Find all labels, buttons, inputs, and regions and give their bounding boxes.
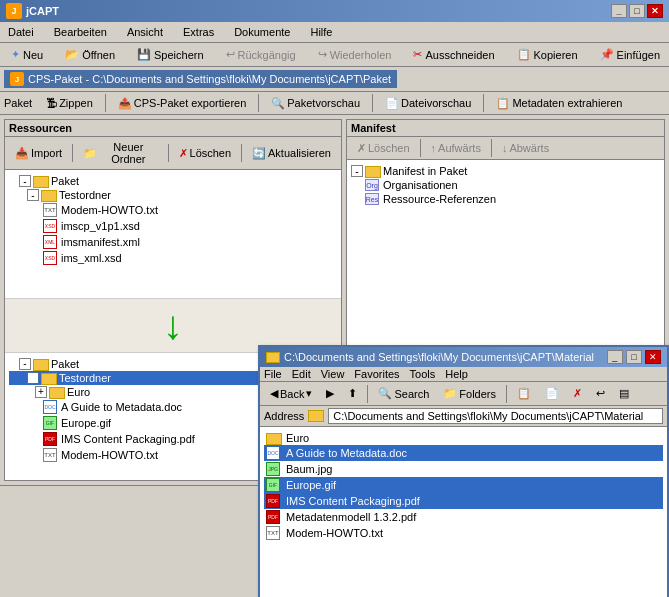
manifest-loeschen-btn[interactable]: ✗ Löschen <box>351 140 416 157</box>
explorer-titlebar: C:\Documents and Settings\floki\My Docum… <box>260 347 667 367</box>
address-label: Address <box>264 410 304 422</box>
menu-bearbeiten[interactable]: Bearbeiten <box>50 24 111 40</box>
file-preview-icon: 📄 <box>385 97 399 110</box>
tree-node-xsd1[interactable]: XSD imscp_v1p1.xsd <box>9 218 337 234</box>
wiederholen-button[interactable]: ↪ Wiederholen <box>311 45 399 64</box>
exp-delete-btn[interactable]: ✗ <box>567 384 588 403</box>
gif-list-icon: GIF <box>266 478 280 492</box>
neuer-ordner-button[interactable]: 📁 Neuer Ordner <box>77 139 164 167</box>
gif-file-icon: GIF <box>43 416 57 430</box>
list-item[interactable]: GIF Europe.gif <box>264 477 663 493</box>
dateivorschau-button[interactable]: 📄 Dateivorschau <box>379 95 477 112</box>
menu-datei[interactable]: Datei <box>4 24 38 40</box>
txt-file-icon2: TXT <box>43 448 57 462</box>
zippen-button[interactable]: 🗜 Zippen <box>40 95 99 111</box>
cps-export-button[interactable]: 📤 CPS-Paket exportieren <box>112 95 253 112</box>
exp-menu-view[interactable]: View <box>321 368 345 380</box>
resources-title: Ressourcen <box>5 120 341 137</box>
refresh-icon: 🔄 <box>252 147 266 160</box>
folders-button[interactable]: 📁 Folders <box>437 384 502 403</box>
save-icon: 💾 <box>137 48 151 61</box>
up-button[interactable]: ⬆ <box>342 384 363 403</box>
exp-copy-btn[interactable]: 📋 <box>511 384 537 403</box>
expand-icon[interactable]: - <box>27 189 39 201</box>
aktualisieren-button[interactable]: 🔄 Aktualisieren <box>246 145 337 162</box>
back-dropdown-icon[interactable]: ▾ <box>306 387 312 400</box>
search-button[interactable]: 🔍 Search <box>372 384 435 403</box>
pdf-file-icon: PDF <box>43 432 57 446</box>
oeffnen-button[interactable]: 📂 Öffnen <box>58 45 122 64</box>
exp-menu-file[interactable]: File <box>264 368 282 380</box>
resources-tree-top[interactable]: - Paket - Testordner TXT Modem-HOWTO.txt… <box>5 170 341 298</box>
list-item[interactable]: DOC A Guide to Metadata.doc <box>264 445 663 461</box>
menu-extras[interactable]: Extras <box>179 24 218 40</box>
loeschen-button[interactable]: ✗ Löschen <box>173 145 238 162</box>
delete-file-icon: ✗ <box>573 387 582 400</box>
expand-icon[interactable]: + <box>35 386 47 398</box>
menu-ansicht[interactable]: Ansicht <box>123 24 167 40</box>
maximize-btn[interactable]: □ <box>629 4 645 18</box>
close-btn[interactable]: ✕ <box>647 4 663 18</box>
import-button[interactable]: 📥 Import <box>9 145 68 162</box>
jpg-list-icon: JPG <box>266 462 280 476</box>
explorer-file-list[interactable]: Euro DOC A Guide to Metadata.doc JPG Bau… <box>260 427 667 597</box>
paket-folder-icon2 <box>33 359 49 371</box>
exp-menu-favorites[interactable]: Favorites <box>354 368 399 380</box>
expand-icon[interactable]: - <box>19 358 31 370</box>
exp-close-btn[interactable]: ✕ <box>645 350 661 364</box>
tree-node-ressourcen[interactable]: Res Ressource-Referenzen <box>351 192 660 206</box>
exp-menu-help[interactable]: Help <box>445 368 468 380</box>
metadaten-button[interactable]: 📋 Metadaten extrahieren <box>490 95 628 112</box>
forward-button[interactable]: ▶ <box>320 384 340 403</box>
list-item[interactable]: PDF Metadatenmodell 1.3.2.pdf <box>264 509 663 525</box>
paketvorschau-button[interactable]: 🔍 Paketvorschau <box>265 95 366 112</box>
speichern-button[interactable]: 💾 Speichern <box>130 45 211 64</box>
list-item[interactable]: Euro <box>264 431 663 445</box>
expand-icon[interactable]: - <box>351 165 363 177</box>
tree-node-manifest[interactable]: - Manifest in Paket <box>351 164 660 178</box>
list-item[interactable]: PDF IMS Content Packaging.pdf <box>264 493 663 509</box>
explorer-title-text: C:\Documents and Settings\floki\My Docum… <box>284 351 594 363</box>
tree-node-testordner[interactable]: - Testordner <box>9 188 337 202</box>
list-item[interactable]: TXT Modem-HOWTO.txt <box>264 525 663 541</box>
tree-node-xsd2[interactable]: XSD ims_xml.xsd <box>9 250 337 266</box>
manifest-delete-icon: ✗ <box>357 142 366 155</box>
drop-down-arrow: ↓ <box>163 305 183 345</box>
rueckgaengig-button[interactable]: ↩ Rückgängig <box>219 45 303 64</box>
delete-icon: ✗ <box>179 147 188 160</box>
expand-icon[interactable]: - <box>19 175 31 187</box>
abwaerts-btn[interactable]: ↓ Abwärts <box>496 140 555 156</box>
exp-undo-btn[interactable]: ↩ <box>590 384 611 403</box>
tree-node-organisationen[interactable]: Org Organisationen <box>351 178 660 192</box>
address-input[interactable] <box>328 408 663 424</box>
tree-node-paket-top[interactable]: - Paket <box>9 174 337 188</box>
kopieren-button[interactable]: 📋 Kopieren <box>510 45 585 64</box>
export-icon: 📤 <box>118 97 132 110</box>
pdf-list-icon: PDF <box>266 494 280 508</box>
down-icon: ↓ <box>502 142 508 154</box>
exp-move-btn[interactable]: 📄 <box>539 384 565 403</box>
exp-views-btn[interactable]: ▤ <box>613 384 635 403</box>
explorer-toolbar: ◀ Back ▾ ▶ ⬆ 🔍 Search 📁 Folders <box>260 382 667 406</box>
ausschneiden-button[interactable]: ✂ Ausschneiden <box>406 45 501 64</box>
menu-hilfe[interactable]: Hilfe <box>306 24 336 40</box>
neu-button[interactable]: ✦ Neu <box>4 45 50 64</box>
einfuegen-button[interactable]: 📌 Einfügen <box>593 45 667 64</box>
exp-minimize-btn[interactable]: _ <box>607 350 623 364</box>
manifest-folder-icon <box>365 166 381 178</box>
folder-icon2 <box>41 373 57 385</box>
aufwaerts-btn[interactable]: ↑ Aufwärts <box>425 140 487 156</box>
exp-maximize-btn[interactable]: □ <box>626 350 642 364</box>
metadata-icon: 📋 <box>496 97 510 110</box>
expand-icon[interactable]: - <box>27 372 39 384</box>
exp-menu-edit[interactable]: Edit <box>292 368 311 380</box>
exp-menu-tools[interactable]: Tools <box>410 368 436 380</box>
tree-node-modem-txt[interactable]: TXT Modem-HOWTO.txt <box>9 202 337 218</box>
minimize-btn[interactable]: _ <box>611 4 627 18</box>
back-button[interactable]: ◀ Back ▾ <box>264 384 318 403</box>
xsd-file-icon: XSD <box>43 219 57 233</box>
list-item[interactable]: JPG Baum.jpg <box>264 461 663 477</box>
tree-node-xml[interactable]: XML imsmanifest.xml <box>9 234 337 250</box>
euro-folder-icon <box>49 387 65 399</box>
menu-dokumente[interactable]: Dokumente <box>230 24 294 40</box>
